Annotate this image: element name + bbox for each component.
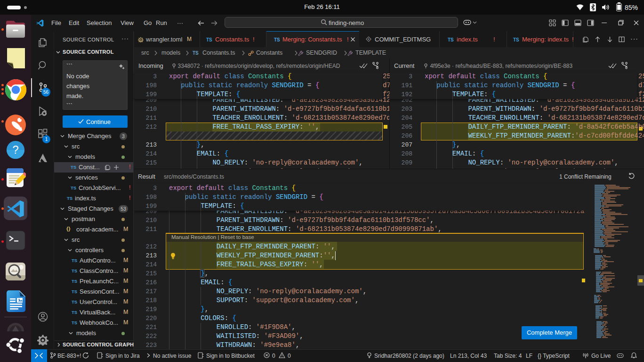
svg-text:?: ? — [12, 144, 18, 156]
